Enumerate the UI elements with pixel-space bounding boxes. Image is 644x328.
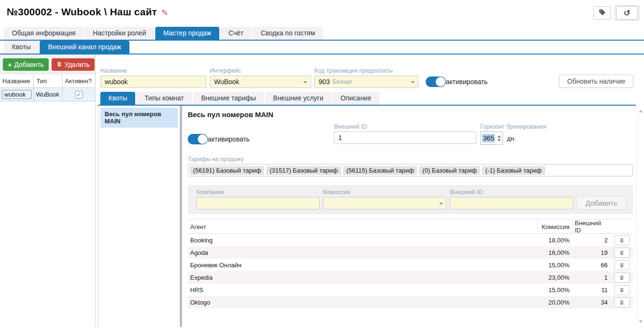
- toggle-knob: [436, 77, 445, 87]
- col-name: Название: [0, 75, 34, 88]
- agent-name: Booking: [188, 237, 537, 244]
- pool-title: Весь пул номеров MAIN: [188, 110, 633, 119]
- page-title: №300002 - Wubook \ Наш сайт✎: [7, 6, 169, 18]
- agent-commission: 15,00%: [537, 286, 572, 294]
- tariffs-tag-box[interactable]: (56191) Базовый тариф (31517) Базовый та…: [188, 164, 633, 176]
- tariff-tag[interactable]: (0) Базовый тариф: [419, 166, 480, 175]
- channel-row[interactable]: wubook WuBook ✓: [0, 88, 95, 101]
- delete-agent-button[interactable]: [614, 285, 630, 295]
- agent-external-id-input[interactable]: [450, 197, 573, 209]
- agent-row[interactable]: HRS 15,00% 11: [188, 284, 633, 296]
- channel-name-value: wubook: [2, 90, 32, 99]
- tags-button[interactable]: [593, 6, 611, 20]
- delete-agent-button[interactable]: [614, 235, 630, 245]
- delete-agent-button[interactable]: [614, 273, 630, 283]
- commission-select[interactable]: [323, 197, 446, 209]
- subtab-external-tariffs[interactable]: Внешние тарифы: [193, 92, 264, 105]
- agent-row[interactable]: Agoda 16,00% 19: [188, 246, 633, 259]
- channels-toolbar: + Добавить Удалить: [0, 55, 95, 75]
- delete-agent-button[interactable]: [614, 248, 630, 258]
- delete-channel-button[interactable]: Удалить: [52, 58, 95, 71]
- tariffs-label: Тарифы на продажу: [188, 156, 633, 163]
- pool-activate-toggle[interactable]: [188, 134, 208, 144]
- agent-commission: 18,00%: [537, 237, 572, 244]
- agent-row[interactable]: Expedia 23,00% 1: [188, 271, 633, 284]
- channel-activate-toggle[interactable]: [426, 77, 446, 87]
- subtab-description[interactable]: Описание: [333, 92, 379, 105]
- tab-sales-master[interactable]: Мастер продаж: [155, 27, 220, 40]
- scroll-down-icon[interactable]: [639, 320, 643, 325]
- channel-active-cell: ✓: [62, 88, 95, 101]
- agent-name: Agoda: [188, 249, 537, 256]
- vertical-scrollbar[interactable]: [636, 106, 644, 327]
- tag-icon: [599, 9, 606, 18]
- toggle-knob: [198, 134, 207, 144]
- company-input[interactable]: [196, 197, 320, 209]
- subtab-quotas[interactable]: Квоты: [100, 92, 135, 105]
- tab-quotas[interactable]: Квоты: [4, 41, 39, 54]
- agent-row[interactable]: Booking 18,00% 2: [188, 234, 633, 246]
- scroll-up-icon[interactable]: [639, 108, 643, 112]
- delete-agent-button[interactable]: [614, 297, 630, 307]
- channels-table-header: Название Тип Активен?: [0, 75, 95, 88]
- room-pool-list: Весь пул номеров MAIN: [98, 106, 180, 327]
- agent-row[interactable]: Oktogo 20,00% 34: [188, 296, 633, 308]
- add-channel-button[interactable]: + Добавить: [3, 58, 49, 71]
- booking-horizon-label: Горизонт бронирования: [480, 123, 546, 130]
- commission-field-group: Комиссия: [323, 189, 446, 209]
- agent-external-id-group: Внешний ID: [450, 189, 573, 209]
- tab-external-channel[interactable]: Внешний канал продаж: [40, 41, 129, 54]
- prepay-select[interactable]: 903 Безнал: [314, 76, 419, 88]
- interface-field-group: Интерфейс WuBook: [210, 67, 311, 88]
- booking-horizon-spinner[interactable]: 365: [480, 131, 503, 145]
- pool-activate-toggle-wrap: активировать: [188, 133, 250, 145]
- tariff-tag[interactable]: (56191) Базовый тариф: [190, 166, 264, 175]
- agent-name: Броневик Онлайн: [188, 262, 537, 269]
- tariff-tag[interactable]: (31517) Базовый тариф: [266, 166, 341, 175]
- history-button[interactable]: ↺: [616, 6, 638, 20]
- checkmark-icon: ✓: [76, 92, 81, 98]
- add-agent-panel: Компания Комиссия Внешний ID Добавить: [188, 185, 633, 214]
- spin-up-icon[interactable]: [497, 133, 501, 138]
- channels-table: Название Тип Активен? wubook WuBook ✓: [0, 75, 95, 101]
- refresh-availability-button[interactable]: Обновить наличие: [559, 75, 633, 88]
- channel-name-cell[interactable]: wubook: [0, 88, 34, 101]
- channel-form: Название Интерфейс WuBook Код транзакции…: [96, 55, 644, 88]
- delete-agent-button[interactable]: [614, 260, 630, 270]
- tariff-tag[interactable]: (-1) Базовый тариф: [482, 166, 545, 175]
- name-label: Название: [100, 67, 206, 74]
- pool-list-item-main[interactable]: Весь пул номеров MAIN: [100, 108, 178, 128]
- col-type: Тип: [34, 75, 63, 88]
- external-id-input[interactable]: [334, 131, 476, 144]
- tab-invoice[interactable]: Счёт: [220, 27, 251, 40]
- edit-title-pencil-icon[interactable]: ✎: [161, 8, 168, 18]
- tariff-tag[interactable]: (56115) Базовый тариф: [343, 166, 417, 175]
- prepay-field-group: Код транзакции предоплаты 903 Безнал: [314, 67, 419, 88]
- tab-guest-summary[interactable]: Сводка по гостям: [253, 27, 323, 40]
- agent-external-id: 66: [572, 262, 610, 269]
- history-button-wrapper: ↺: [614, 5, 640, 21]
- header-actions: ↺: [593, 5, 640, 21]
- col-agent: Агент: [188, 219, 537, 234]
- channel-sub-tab-bar: Квоты Типы комнат Внешние тарифы Внешние…: [98, 92, 636, 106]
- subtab-external-services[interactable]: Внешние услуги: [265, 92, 332, 105]
- interface-value: WuBook: [214, 78, 239, 86]
- add-agent-button[interactable]: Добавить: [577, 196, 626, 209]
- agents-table-header: Агент Комиссия Внешний ID: [188, 219, 633, 234]
- agent-external-id: 34: [572, 299, 610, 306]
- booking-horizon-value: 365: [482, 134, 495, 142]
- external-id-label: Внешний ID: [334, 123, 476, 130]
- interface-select[interactable]: WuBook: [210, 76, 311, 88]
- agent-external-id: 1: [572, 274, 610, 281]
- col-active: Активен?: [62, 75, 95, 88]
- subtab-room-types[interactable]: Типы комнат: [136, 92, 192, 105]
- commission-label: Комиссия: [323, 189, 446, 196]
- agent-row[interactable]: Броневик Онлайн 15,00% 66: [188, 259, 633, 271]
- tab-role-settings[interactable]: Настройки ролей: [85, 27, 154, 40]
- tab-general-info[interactable]: Общая информация: [4, 27, 84, 40]
- agent-commission: 23,00%: [537, 274, 572, 281]
- col-actions: [610, 219, 633, 234]
- channel-active-checkbox[interactable]: ✓: [75, 91, 83, 98]
- spin-down-icon[interactable]: [497, 139, 501, 143]
- channel-name-input[interactable]: [100, 76, 206, 88]
